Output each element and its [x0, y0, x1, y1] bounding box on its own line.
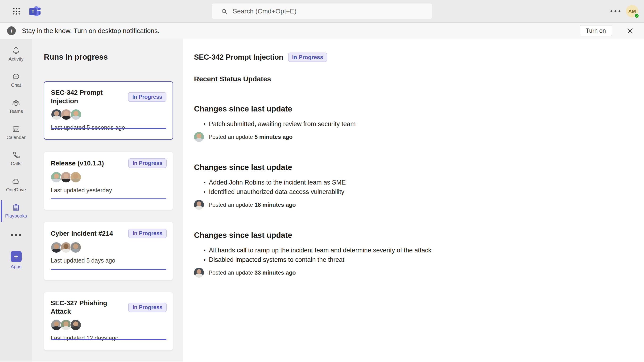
- update-poster: Posted an update 33 minutes ago: [194, 268, 630, 278]
- sidebar-item-label: Apps: [10, 264, 22, 270]
- update-heading: Changes since last update: [194, 230, 630, 240]
- participant-avatars: [51, 242, 167, 253]
- update-bullet: Patch submitted, awaiting review from se…: [194, 119, 630, 129]
- presence-available-icon: [634, 13, 639, 18]
- banner-message: Stay in the know. Turn on desktop notifi…: [22, 27, 160, 35]
- posted-text: Posted an update 18 minutes ago: [208, 202, 296, 208]
- status-update: Changes since last update All hands call…: [194, 230, 630, 278]
- sidebar-item-label: Playbooks: [5, 213, 27, 219]
- status-update: Changes since last update Added John Rob…: [194, 162, 630, 210]
- sidebar-item-label: Activity: [8, 56, 23, 62]
- sidebar-item-apps[interactable]: Apps: [10, 251, 22, 270]
- content-area: Activity Chat Teams: [0, 39, 644, 362]
- progress-bar: [51, 198, 166, 200]
- posted-time: 5 minutes ago: [254, 134, 292, 140]
- update-bullet: Added John Robins to the incident team a…: [194, 178, 630, 187]
- people-group-icon: [12, 99, 20, 107]
- run-title: SEC-342 Prompt Injection: [51, 88, 128, 105]
- posted-time: 18 minutes ago: [254, 202, 296, 208]
- sidebar-item-label: Calls: [11, 161, 21, 166]
- run-detail: SEC-342 Prompt Injection In Progress Rec…: [183, 39, 644, 362]
- top-bar: T AM: [0, 0, 644, 22]
- search-icon: [221, 8, 228, 14]
- search-bar[interactable]: [212, 4, 432, 19]
- bell-icon: [12, 46, 20, 55]
- run-card-sec-342[interactable]: SEC-342 Prompt Injection In Progress Las…: [44, 81, 173, 140]
- last-updated: Last updated 12 days ago: [51, 335, 167, 342]
- poster-avatar: [194, 268, 204, 278]
- run-card-release[interactable]: Release (v10.1.3) In Progress Last updat…: [44, 152, 173, 210]
- last-updated: Last updated yesterday: [51, 187, 167, 194]
- sidebar-item-calls[interactable]: Calls: [0, 146, 32, 172]
- update-bullet: Disabled impacted systems to contain the…: [194, 255, 630, 264]
- page-title: SEC-342 Prompt Injection: [194, 52, 283, 62]
- last-updated: Last updated 5 days ago: [51, 257, 167, 264]
- progress-bar: [51, 128, 166, 129]
- posted-text: Posted an update 5 minutes ago: [208, 134, 292, 140]
- turn-on-button[interactable]: Turn on: [580, 25, 612, 36]
- sidebar-item-playbooks[interactable]: Playbooks: [0, 198, 32, 224]
- app-launcher-icon[interactable]: [10, 5, 23, 18]
- clipboard-icon: [12, 204, 20, 212]
- avatar[interactable]: AM: [626, 5, 638, 18]
- close-icon[interactable]: [626, 26, 634, 35]
- run-title: Cyber Incident #214: [51, 229, 113, 238]
- status-badge: In Progress: [128, 158, 167, 168]
- sidebar-item-activity[interactable]: Activity: [0, 41, 32, 67]
- progress-bar: [51, 269, 166, 270]
- update-bullets: All hands call to ramp up the incident t…: [194, 246, 630, 264]
- search-input[interactable]: [233, 8, 432, 15]
- calendar-icon: [12, 125, 20, 134]
- sidebar-item-label: Teams: [9, 109, 23, 114]
- notification-banner: i Stay in the know. Turn on desktop noti…: [0, 22, 644, 39]
- teams-logo-icon: T: [28, 5, 41, 18]
- run-title: SEC-327 Phishing Attack: [51, 299, 128, 316]
- update-bullets: Added John Robins to the incident team a…: [194, 178, 630, 196]
- profile-initials: AM: [628, 8, 636, 14]
- run-card-cyber-incident[interactable]: Cyber Incident #214 In Progress Last upd…: [44, 222, 173, 280]
- participant-avatars: [51, 319, 167, 331]
- sidebar-item-onedrive[interactable]: OneDrive: [0, 172, 32, 198]
- poster-avatar: [194, 132, 204, 142]
- poster-avatar: [194, 200, 204, 210]
- sidebar-item-label: Calendar: [6, 135, 26, 140]
- run-card-list: SEC-342 Prompt Injection In Progress Las…: [44, 81, 173, 362]
- status-update: Changes since last update Patch submitte…: [194, 104, 630, 142]
- update-bullets: Patch submitted, awaiting review from se…: [194, 119, 630, 129]
- progress-bar: [51, 339, 166, 340]
- more-options-icon[interactable]: [608, 5, 622, 18]
- update-poster: Posted an update 5 minutes ago: [194, 132, 630, 142]
- panel-title: Runs in progress: [44, 52, 173, 62]
- sidebar-item-label: OneDrive: [6, 187, 26, 192]
- section-title: Recent Status Updates: [194, 74, 630, 84]
- run-title: Release (v10.1.3): [51, 159, 104, 168]
- status-badge: In Progress: [128, 228, 167, 238]
- chat-bubble-icon: [12, 72, 20, 81]
- sidebar-item-label: Chat: [11, 82, 21, 88]
- update-poster: Posted an update 18 minutes ago: [194, 200, 630, 210]
- top-bar-right: AM: [608, 5, 638, 18]
- runs-panel: Runs in progress SEC-342 Prompt Injectio…: [32, 39, 183, 362]
- participant-avatars: [51, 109, 166, 120]
- participant-avatar: [70, 242, 81, 253]
- participant-avatars: [51, 172, 167, 183]
- waffle-grid-icon: [12, 7, 21, 16]
- update-bullet: All hands call to ramp up the incident t…: [194, 246, 630, 255]
- update-bullet: Identified unauthorized data access vuln…: [194, 187, 630, 196]
- participant-avatar: [70, 319, 81, 331]
- active-indicator: [1, 200, 2, 222]
- phone-icon: [12, 151, 20, 160]
- participant-avatar: [70, 172, 81, 183]
- sidebar-item-chat[interactable]: Chat: [0, 67, 32, 93]
- status-badge: In Progress: [288, 52, 327, 62]
- run-card-sec-327[interactable]: SEC-327 Phishing Attack In Progress Last…: [44, 292, 173, 350]
- update-heading: Changes since last update: [194, 162, 630, 172]
- posted-time: 33 minutes ago: [254, 270, 296, 276]
- rail-more-options-icon[interactable]: [0, 224, 32, 246]
- update-heading: Changes since last update: [194, 104, 630, 114]
- svg-text:T: T: [31, 9, 34, 14]
- info-icon: i: [7, 26, 16, 35]
- sidebar-item-calendar[interactable]: Calendar: [0, 120, 32, 146]
- status-badge: In Progress: [128, 92, 166, 102]
- sidebar-item-teams[interactable]: Teams: [0, 93, 32, 120]
